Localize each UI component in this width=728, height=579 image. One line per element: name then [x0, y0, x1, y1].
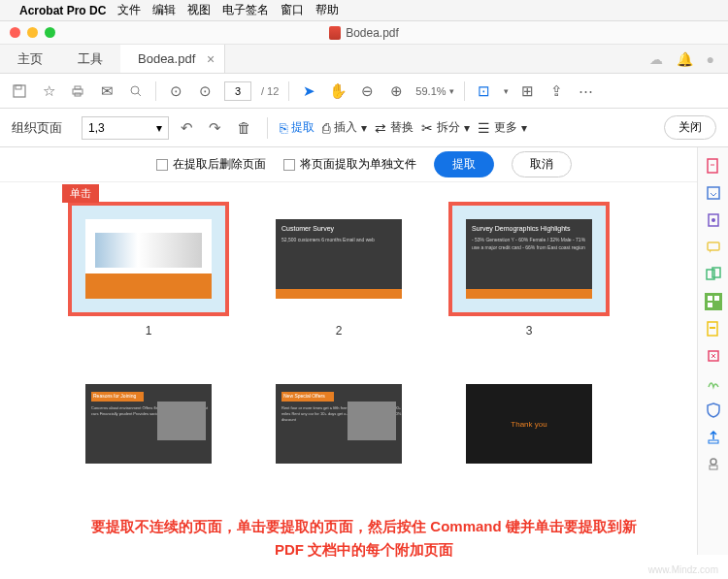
zoom-select[interactable]: 59.1%▾ — [415, 85, 453, 97]
zoom-out-icon[interactable]: ⊖ — [357, 81, 377, 101]
cancel-button[interactable]: 取消 — [512, 151, 572, 177]
page-number: 2 — [336, 324, 343, 338]
page-selection-input[interactable]: 1,3▾ — [82, 116, 169, 140]
tool-combine-icon[interactable] — [705, 266, 722, 283]
tool-compress-icon[interactable] — [705, 347, 722, 365]
hand-icon[interactable]: ✋ — [328, 81, 347, 101]
pointer-icon[interactable]: ➤ — [299, 81, 318, 101]
tool-protect-icon[interactable] — [705, 402, 722, 419]
tab-home[interactable]: 主页 — [0, 45, 60, 73]
arrow-down-icon[interactable]: ⊙ — [195, 81, 215, 101]
close-button[interactable]: 关闭 — [664, 115, 716, 140]
scissors-icon: ✂ — [421, 120, 433, 136]
svg-point-22 — [711, 459, 716, 465]
tool-organize-icon[interactable] — [705, 293, 722, 310]
menu-icon: ☰ — [478, 120, 490, 136]
menu-esign[interactable]: 电子签名 — [222, 2, 269, 18]
pdf-icon — [329, 26, 341, 40]
insert-icon: ⎙ — [322, 120, 330, 136]
page-thumbnail-1[interactable]: 单击 1 — [68, 202, 229, 338]
menu-window[interactable]: 窗口 — [281, 2, 304, 18]
extract-action[interactable]: ⎘ 提取 — [280, 119, 314, 136]
page-thumbnail-3[interactable]: Survey Demographics Highlights - 53% Gen… — [448, 202, 610, 338]
checkbox-icon — [283, 159, 295, 171]
split-action[interactable]: ✂ 拆分▾ — [421, 119, 470, 136]
menu-edit[interactable]: 编辑 — [152, 2, 176, 18]
more-action[interactable]: ☰ 更多▾ — [478, 119, 527, 136]
tab-close-icon[interactable]: × — [207, 51, 215, 67]
svg-rect-19 — [710, 327, 715, 329]
rotate-ccw-icon[interactable]: ↶ — [177, 119, 197, 137]
svg-rect-3 — [75, 86, 81, 89]
watermark: www.Mindz.com — [648, 564, 718, 575]
tool-sign-icon[interactable] — [705, 374, 722, 392]
rotate-cw-icon[interactable]: ↷ — [205, 119, 225, 137]
extract-button[interactable]: 提取 — [434, 151, 494, 177]
fit-icon[interactable]: ⊡ — [475, 81, 494, 101]
user-icon[interactable]: ● — [707, 51, 714, 67]
tab-tools[interactable]: 工具 — [60, 45, 120, 73]
svg-rect-9 — [708, 187, 719, 199]
extract-options-bar: 在提取后删除页面 将页面提取为单独文件 提取 取消 — [0, 147, 728, 182]
tab-bar: 主页 工具 Bodea.pdf × ☁ 🔔 ● — [0, 45, 728, 74]
tab-document[interactable]: Bodea.pdf × — [120, 45, 225, 73]
page-thumbnail-4[interactable]: Reasons for Joining Concerns about envir… — [68, 367, 229, 481]
svg-rect-7 — [708, 159, 717, 173]
layout-icon[interactable]: ⊞ — [518, 81, 538, 101]
tool-export-icon[interactable] — [705, 184, 722, 202]
macos-menubar: Acrobat Pro DC 文件 编辑 视图 电子签名 窗口 帮助 — [0, 0, 728, 21]
share-icon[interactable]: ⇪ — [547, 81, 567, 101]
page-thumbnail-6[interactable]: Thank you — [448, 367, 610, 481]
search-icon[interactable] — [126, 81, 146, 101]
menu-view[interactable]: 视图 — [187, 2, 211, 18]
save-icon[interactable] — [10, 81, 29, 101]
thumbnails-grid: 单击 1 Customer Survey 52,500 customers 6 … — [0, 182, 728, 541]
mail-icon[interactable]: ✉ — [97, 81, 116, 101]
tool-redact-icon[interactable] — [705, 320, 722, 338]
page-thumbnail-2[interactable]: Customer Survey 52,500 customers 6 month… — [258, 202, 419, 338]
checkbox-icon — [156, 159, 168, 171]
panel-title: 组织页面 — [12, 119, 62, 137]
instruction-caption: 要提取不连续的页面，单击要提取的页面，然后按住 Command 键并单击要提取到… — [0, 515, 728, 562]
cloud-icon[interactable]: ☁ — [649, 51, 663, 67]
delete-after-extract-checkbox[interactable]: 在提取后删除页面 — [156, 156, 266, 173]
tool-share-icon[interactable] — [705, 429, 722, 446]
window-close-button[interactable] — [10, 27, 20, 38]
tool-edit-icon[interactable] — [705, 211, 722, 229]
arrow-up-icon[interactable]: ⊙ — [166, 81, 185, 101]
traffic-lights — [10, 27, 55, 38]
page-number: 1 — [146, 324, 152, 338]
menu-file[interactable]: 文件 — [117, 2, 141, 18]
page-number-input[interactable] — [224, 81, 251, 101]
insert-action[interactable]: ⎙ 插入▾ — [322, 119, 367, 136]
tool-create-icon[interactable] — [705, 157, 722, 175]
thumbnail-image — [85, 219, 212, 299]
star-icon[interactable]: ☆ — [39, 81, 58, 101]
menu-help[interactable]: 帮助 — [315, 2, 339, 18]
tool-comment-icon[interactable] — [705, 239, 722, 256]
replace-icon: ⇄ — [375, 120, 386, 136]
page-thumbnail-5[interactable]: New Special Offers Rent four or more tim… — [258, 367, 419, 481]
window-titlebar: Bodea.pdf — [0, 21, 728, 45]
extract-icon: ⎘ — [280, 120, 287, 136]
doc-name: Bodea.pdf — [346, 26, 399, 40]
window-minimize-button[interactable] — [27, 27, 38, 38]
thumbnail-image: Thank you — [466, 384, 592, 464]
tool-stamp-icon[interactable] — [705, 456, 722, 473]
chevron-down-icon[interactable]: ▾ — [504, 86, 509, 96]
trash-icon[interactable]: 🗑 — [233, 119, 255, 136]
app-name[interactable]: Acrobat Pro DC — [19, 4, 106, 17]
bell-icon[interactable]: 🔔 — [677, 51, 693, 67]
more-icon[interactable]: ⋯ — [577, 81, 596, 101]
svg-rect-15 — [708, 296, 712, 301]
print-icon[interactable] — [68, 81, 87, 101]
zoom-in-icon[interactable]: ⊕ — [386, 81, 406, 101]
page-number: 3 — [526, 324, 533, 338]
extract-separate-files-checkbox[interactable]: 将页面提取为单独文件 — [283, 156, 416, 173]
replace-action[interactable]: ⇄ 替换 — [375, 119, 414, 136]
thumbnail-image: Customer Survey 52,500 customers 6 month… — [276, 219, 402, 299]
page-total: / 12 — [261, 85, 279, 97]
svg-point-5 — [131, 86, 139, 94]
thumbnail-image: New Special Offers Rent four or more tim… — [276, 384, 402, 464]
window-maximize-button[interactable] — [45, 27, 55, 38]
